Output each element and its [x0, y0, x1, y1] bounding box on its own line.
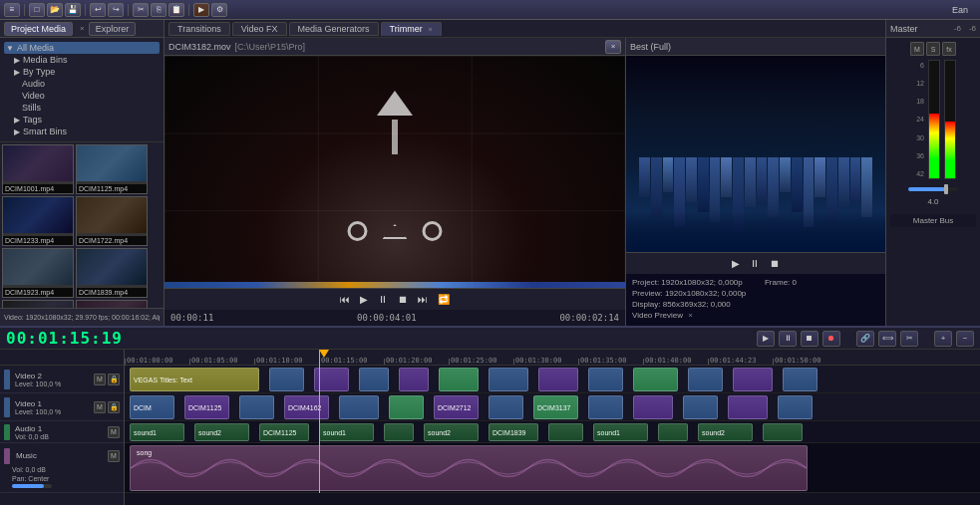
- timeline-tracks-area[interactable]: 00:01:00:00 00:01:05:00 00:01:10:00 00:0…: [125, 350, 980, 505]
- clip-v2-8[interactable]: [588, 368, 623, 391]
- tree-item-audio[interactable]: Audio: [4, 78, 160, 90]
- clip-v1-12[interactable]: [683, 395, 718, 419]
- media-thumb-dcim1839[interactable]: DCIM1839.mp4: [76, 248, 148, 298]
- clip-vegas-titles[interactable]: VEGAS Titles: Text: [130, 368, 259, 391]
- clip-v2-6[interactable]: [489, 368, 528, 391]
- clip-sound1-3[interactable]: sound1: [593, 423, 648, 441]
- program-video[interactable]: [626, 56, 885, 252]
- tab-media-generators[interactable]: Media Generators: [289, 22, 379, 36]
- tl-snap-btn[interactable]: 🔗: [856, 331, 874, 347]
- paste-btn[interactable]: 📋: [168, 3, 184, 17]
- clip-sound2[interactable]: sound2: [194, 423, 249, 441]
- prog-pause-btn[interactable]: ⏸: [748, 256, 762, 271]
- clip-dcim1839[interactable]: DCIM1839: [489, 423, 538, 441]
- source-video[interactable]: [164, 56, 625, 288]
- video-preview-close[interactable]: ×: [688, 311, 693, 320]
- clip-v1-11[interactable]: [633, 395, 673, 419]
- pause-btn[interactable]: ⏸: [376, 292, 390, 307]
- clip-song[interactable]: song: [130, 445, 808, 491]
- clip-v1-dcim3137[interactable]: DCIM3137: [533, 395, 578, 419]
- clip-audio-10[interactable]: [658, 423, 688, 441]
- clip-v1-8[interactable]: [489, 395, 523, 419]
- media-thumb-dcim1923[interactable]: DCIM1923.mp4: [2, 248, 74, 298]
- fx-btn[interactable]: fx: [942, 42, 956, 56]
- clip-audio-8[interactable]: [548, 423, 583, 441]
- stop-btn[interactable]: ⏹: [396, 292, 410, 307]
- clip-audio-5[interactable]: [384, 423, 414, 441]
- media-thumb-dcim1233[interactable]: DCIM1233.mp4: [2, 196, 74, 246]
- tab-close-media[interactable]: ×: [80, 24, 85, 33]
- tab-explorer[interactable]: Explorer: [89, 22, 137, 36]
- master-fader[interactable]: [908, 187, 958, 191]
- clip-v1-5[interactable]: [339, 395, 379, 419]
- menu-btn[interactable]: ≡: [4, 3, 20, 17]
- open-btn[interactable]: 📂: [47, 3, 63, 17]
- tl-zoom-in-btn[interactable]: +: [934, 331, 952, 347]
- media-thumb-dcim1125[interactable]: DCIM1125.mp4: [76, 144, 148, 194]
- clip-audio-12[interactable]: [763, 423, 803, 441]
- clip-v2-11[interactable]: [733, 368, 773, 391]
- clip-v1-6[interactable]: [389, 395, 424, 419]
- tab-video-fx[interactable]: Video FX: [232, 22, 287, 36]
- media-thumb-dcim1001[interactable]: DCIM1001.mp4: [2, 144, 74, 194]
- tl-pause-btn[interactable]: ⏸: [779, 331, 797, 347]
- clip-sound2-2[interactable]: sound2: [424, 423, 479, 441]
- media-thumb-dcim1953[interactable]: DCIM1953.mp4: [76, 300, 148, 308]
- tab-trimmer[interactable]: Trimmer ×: [381, 22, 442, 36]
- media-thumb-dcim1722[interactable]: DCIM1722.mp4: [76, 196, 148, 246]
- save-btn[interactable]: 💾: [65, 3, 81, 17]
- tree-item-tags[interactable]: ▶ Tags: [4, 114, 160, 126]
- solo-btn[interactable]: S: [926, 42, 940, 56]
- prev-frame-btn[interactable]: ⏮: [338, 292, 352, 307]
- tree-item-smart-bins[interactable]: ▶ Smart Bins: [4, 126, 160, 137]
- redo-btn[interactable]: ↪: [108, 3, 124, 17]
- clip-v2-7[interactable]: [538, 368, 578, 391]
- new-btn[interactable]: □: [29, 3, 45, 17]
- clip-v1-dcim2712[interactable]: DCIM2712: [434, 395, 479, 419]
- a1-mute-btn[interactable]: M: [108, 426, 120, 438]
- tree-item-stills[interactable]: Stills: [4, 102, 160, 114]
- render-btn[interactable]: ▶: [193, 3, 209, 17]
- v1-lock-btn[interactable]: 🔒: [108, 401, 120, 413]
- undo-btn[interactable]: ↩: [90, 3, 106, 17]
- clip-sound2-3[interactable]: sound2: [698, 423, 753, 441]
- v2-lock-btn[interactable]: 🔒: [108, 374, 120, 385]
- clip-v2-10[interactable]: [688, 368, 723, 391]
- clip-v1-13[interactable]: [728, 395, 768, 419]
- clip-v2-12[interactable]: [783, 368, 817, 391]
- clip-v2-9[interactable]: [633, 368, 678, 391]
- mute-btn[interactable]: M: [910, 42, 924, 56]
- clip-v1-dcim4162[interactable]: DCIM4162: [284, 395, 329, 419]
- tree-item-all-media[interactable]: ▼ All Media: [4, 42, 160, 54]
- clip-v2-3[interactable]: [359, 368, 389, 391]
- tab-close-trimmer[interactable]: ×: [428, 25, 433, 34]
- tree-item-by-type[interactable]: ▶ By Type: [4, 66, 160, 78]
- tl-stop-btn[interactable]: ⏹: [801, 331, 818, 347]
- source-close-btn[interactable]: ×: [605, 40, 621, 54]
- music-volume-slider[interactable]: [12, 484, 52, 488]
- v2-mute-btn[interactable]: M: [94, 374, 106, 385]
- tab-project-media[interactable]: Project Media: [4, 22, 73, 36]
- clip-v2-4[interactable]: [399, 368, 429, 391]
- tl-cut-btn[interactable]: ✂: [900, 331, 918, 347]
- settings-btn[interactable]: ⚙: [211, 3, 227, 17]
- clip-v2-5[interactable]: [439, 368, 479, 391]
- tl-zoom-out-btn[interactable]: −: [956, 331, 974, 347]
- prog-play-btn[interactable]: ▶: [730, 256, 742, 271]
- v1-mute-btn[interactable]: M: [94, 401, 106, 413]
- tab-transitions[interactable]: Transitions: [168, 22, 230, 36]
- clip-v1-dcim1125[interactable]: DCIM1125: [184, 395, 229, 419]
- clip-sound1-2[interactable]: sound1: [319, 423, 374, 441]
- clip-dcim1125-a[interactable]: DCIM1125: [259, 423, 309, 441]
- next-frame-btn[interactable]: ⏭: [416, 292, 430, 307]
- clip-v1-10[interactable]: [588, 395, 623, 419]
- clip-v1-3[interactable]: [239, 395, 274, 419]
- loop-btn[interactable]: 🔁: [436, 292, 452, 307]
- prog-stop-btn[interactable]: ⏹: [768, 256, 782, 271]
- play-btn[interactable]: ▶: [358, 292, 370, 307]
- playhead[interactable]: [319, 350, 320, 493]
- tree-item-media-bins[interactable]: ▶ Media Bins: [4, 54, 160, 66]
- clip-v1-dcim[interactable]: DCIM: [130, 395, 174, 419]
- clip-v1-14[interactable]: [778, 395, 813, 419]
- tl-play-btn[interactable]: ▶: [757, 331, 775, 347]
